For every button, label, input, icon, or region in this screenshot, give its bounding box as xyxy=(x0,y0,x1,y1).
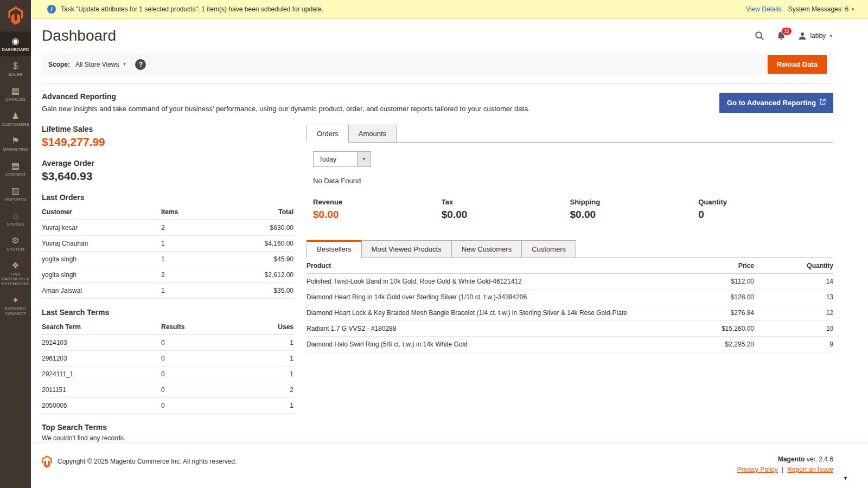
average-order-label: Average Order xyxy=(42,159,293,168)
sidebar-item-stores[interactable]: ⌂ Stores xyxy=(0,206,31,231)
table-row[interactable]: Radiant 1.7 G VVS2 - #180288 $15,260.00 … xyxy=(307,321,833,337)
table-row[interactable]: 2961203 0 1 xyxy=(42,351,293,367)
tab-new-customers[interactable]: New Customers xyxy=(451,240,522,258)
catalog-icon: ▦ xyxy=(11,86,20,95)
order-customer: Yuvraj Chauhan xyxy=(42,236,161,252)
sidebar-item-sales[interactable]: $ Sales xyxy=(0,56,31,81)
product-price: $2,295.20 xyxy=(673,337,754,352)
product-name: Polished Twist-Look Band in 10k Gold, Ro… xyxy=(307,274,673,290)
sidebar-item-experro-connect[interactable]: ✦ Experro Connect xyxy=(0,291,31,320)
user-icon xyxy=(798,31,807,40)
sidebar-item-reports[interactable]: ▥ Reports xyxy=(0,181,31,206)
column-header-product: Product xyxy=(307,258,673,274)
sidebar-item-content[interactable]: ▤ Content xyxy=(0,156,31,181)
table-row[interactable]: Diamond Heart Ring in 14k Gold over Ster… xyxy=(307,290,833,305)
scope-bar: Scope: All Store Views ▼ ? Reload Data xyxy=(42,53,833,75)
sidebar-item-marketing[interactable]: ⚑ Marketing xyxy=(0,131,31,156)
privacy-policy-link[interactable]: Privacy Policy xyxy=(737,466,778,473)
metric-label: Quantity xyxy=(698,198,827,206)
view-details-link[interactable]: View Details xyxy=(746,5,782,13)
brand-name: Magento xyxy=(778,455,805,463)
advanced-reporting-description: Gain new insights and take command of yo… xyxy=(42,105,530,113)
table-row[interactable]: 2050005 0 1 xyxy=(42,398,293,414)
customers-icon: ♟ xyxy=(11,111,19,120)
search-uses: 2 xyxy=(233,382,293,398)
average-order: Average Order $3,640.93 xyxy=(42,159,293,183)
metric-value: $0.00 xyxy=(570,209,699,221)
metric-shipping: Shipping $0.00 xyxy=(570,198,699,221)
product-quantity: 9 xyxy=(754,337,833,352)
column-header-price: Price xyxy=(673,258,754,274)
table-row[interactable]: Yuvraj kesar 2 $630.00 xyxy=(42,220,293,236)
search-button[interactable] xyxy=(755,31,764,41)
sidebar-item-label: Content xyxy=(5,172,26,177)
magento-logo-icon xyxy=(8,7,24,25)
go-to-advanced-reporting-button[interactable]: Go to Advanced Reporting xyxy=(719,93,833,113)
tab-orders[interactable]: Orders xyxy=(307,125,349,143)
order-total: $45.90 xyxy=(233,252,293,267)
metric-value: $0.00 xyxy=(313,209,442,221)
sidebar-item-system[interactable]: ⚙ System xyxy=(0,231,31,256)
table-row[interactable]: 2924103 0 1 xyxy=(42,335,293,351)
product-quantity: 13 xyxy=(754,290,833,305)
table-row[interactable]: yogita singh 2 $2,612.00 xyxy=(42,267,293,283)
table-row[interactable]: Aman Jaiswal 1 $35.00 xyxy=(42,283,293,299)
order-customer: Yuvraj kesar xyxy=(42,220,161,236)
report-issue-link[interactable]: Report an Issue xyxy=(787,466,833,473)
table-row[interactable]: 2924111_1 0 1 xyxy=(42,367,293,382)
metric-label: Revenue xyxy=(313,198,442,206)
stores-icon: ⌂ xyxy=(13,211,18,220)
column-header-items: Items xyxy=(161,204,233,220)
average-order-value: $3,640.93 xyxy=(42,170,293,183)
tab-bestsellers[interactable]: Bestsellers xyxy=(307,240,362,258)
sidebar-item-dashboard[interactable]: ◉ Dashboard xyxy=(0,31,31,56)
user-menu[interactable]: labby ▼ xyxy=(798,31,833,40)
tab-customers[interactable]: Customers xyxy=(521,240,576,258)
main-content: i Task "Update attributes for 1 selected… xyxy=(31,0,868,488)
table-row[interactable]: Polished Twist-Look Band in 10k Gold, Ro… xyxy=(307,274,833,290)
sidebar-item-customers[interactable]: ♟ Customers xyxy=(0,106,31,131)
metric-value: 0 xyxy=(698,209,827,221)
sidebar-item-catalog[interactable]: ▦ Catalog xyxy=(0,81,31,106)
scroll-down-indicator[interactable]: ▼ xyxy=(843,476,848,481)
sidebar-item-find-partners[interactable]: ❖ Find Partners & Extensions xyxy=(0,256,31,291)
lifetime-sales-value: $149,277.99 xyxy=(42,136,293,149)
version-number: ver. 2.4.6 xyxy=(807,455,833,463)
sidebar-item-label: Catalog xyxy=(5,97,25,102)
table-row[interactable]: Diamond Heart Lock & Key Braided Mesh Ba… xyxy=(307,305,833,321)
order-items: 2 xyxy=(161,220,233,236)
tab-most-viewed-products[interactable]: Most Viewed Products xyxy=(361,240,452,258)
tab-amounts[interactable]: Amounts xyxy=(348,125,397,143)
table-row[interactable]: Diamond Halo Swirl Ring (5/8 ct. t.w.) i… xyxy=(307,337,833,352)
notification-message: Task "Update attributes for 1 selected p… xyxy=(61,5,323,13)
top-search-terms-title: Top Search Terms xyxy=(42,423,293,432)
right-column: Orders Amounts Today ▼ No Data Found Rev… xyxy=(307,125,833,352)
advanced-reporting-title: Advanced Reporting xyxy=(42,92,530,101)
order-total: $630.00 xyxy=(233,220,293,236)
search-uses: 1 xyxy=(233,351,293,367)
products-tabs: Bestsellers Most Viewed Products New Cus… xyxy=(307,240,833,258)
sidebar-item-label: Experro Connect xyxy=(1,306,30,316)
lifetime-sales-label: Lifetime Sales xyxy=(42,125,293,133)
notifications-button[interactable]: 11 xyxy=(776,31,786,41)
metric-label: Tax xyxy=(442,198,570,206)
search-uses: 1 xyxy=(233,398,293,414)
product-name: Diamond Halo Swirl Ring (5/8 ct. t.w.) i… xyxy=(307,337,673,352)
page-title: Dashboard xyxy=(42,27,116,44)
table-row[interactable]: 2011151 0 2 xyxy=(42,382,293,398)
help-icon[interactable]: ? xyxy=(135,59,146,70)
store-view-switcher[interactable]: All Store Views ▼ xyxy=(75,61,126,68)
table-row[interactable]: Yuvraj Chauhan 1 $4,160.00 xyxy=(42,236,293,252)
system-messages-dropdown[interactable]: System Messages: 6 ▼ xyxy=(788,5,855,13)
reload-data-button[interactable]: Reload Data xyxy=(768,55,827,74)
magento-logo[interactable] xyxy=(0,0,31,31)
metric-label: Shipping xyxy=(570,198,699,206)
magento-footer-logo-icon xyxy=(42,455,52,468)
order-items: 1 xyxy=(161,252,233,267)
copyright-text: Copyright © 2025 Magento Commerce Inc. A… xyxy=(58,455,237,465)
table-row[interactable]: yogita singh 1 $45.90 xyxy=(42,252,293,267)
search-term: 2011151 xyxy=(42,382,161,398)
period-select[interactable]: Today ▼ xyxy=(313,151,371,167)
metric-value: $0.00 xyxy=(442,209,570,221)
sidebar-item-label: Stores xyxy=(7,222,24,227)
